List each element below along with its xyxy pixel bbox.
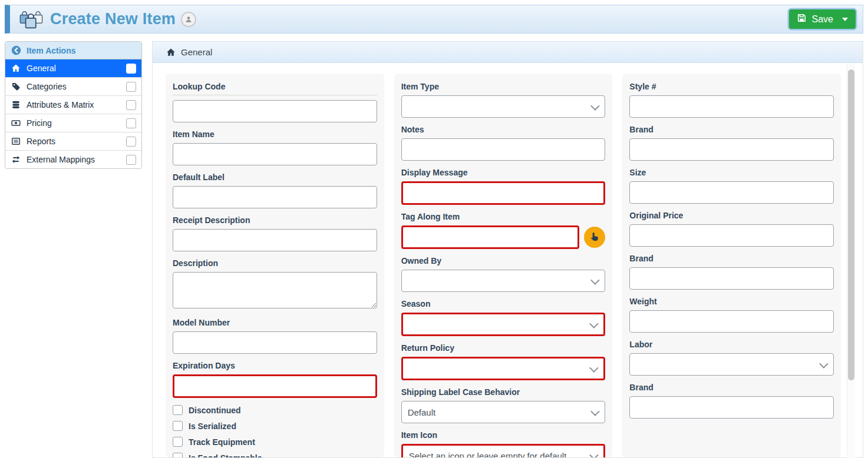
sidebar-header[interactable]: Item Actions	[5, 42, 141, 59]
chevron-down-icon	[819, 359, 829, 369]
field-label: Brand	[629, 125, 834, 134]
sidebar-checkbox-pricing[interactable]	[126, 118, 136, 128]
notes-input[interactable]	[401, 138, 606, 161]
field-label: Tag Along Item	[401, 212, 606, 221]
field-display-message: Display Message	[401, 168, 606, 205]
brand-input[interactable]	[629, 396, 834, 419]
field-item-icon: Item IconSelect an icon or leave empty f…	[401, 430, 606, 457]
field-label: Lookup Code	[173, 82, 377, 95]
sidebar-item-label: External Mappings	[27, 155, 120, 164]
save-dropdown-caret-icon[interactable]	[842, 18, 848, 21]
shopping-bags-icon	[18, 9, 44, 30]
form-columns: Lookup CodeItem NameDefault LabelReceipt…	[153, 63, 863, 457]
checkbox-label: Discontinued	[189, 406, 241, 415]
vertical-scrollbar[interactable]	[847, 64, 855, 458]
field-expiration-days: Expiration Days	[173, 361, 377, 398]
sidebar-item-pricing[interactable]: Pricing	[5, 114, 141, 132]
field-label: Size	[629, 168, 834, 177]
brand-input[interactable]	[629, 267, 834, 290]
sidebar-checkbox-general[interactable]	[126, 64, 136, 74]
display-message-input[interactable]	[401, 181, 606, 205]
field-brand: Brand	[629, 125, 834, 161]
field-brand: Brand	[629, 383, 834, 419]
field-label: Notes	[401, 125, 606, 134]
section-title: General	[181, 47, 212, 57]
style-input[interactable]	[629, 95, 834, 118]
chevron-down-icon	[590, 407, 600, 416]
item-type-select[interactable]	[401, 95, 606, 118]
sidebar-item-label: Pricing	[27, 118, 120, 128]
is-food-stampable-checkbox[interactable]	[173, 453, 183, 457]
scrollbar-thumb[interactable]	[848, 69, 854, 380]
sidebar-item-attributes-matrix[interactable]: Attributes & Matrix	[5, 96, 141, 114]
checkbox-row-track-equipment[interactable]: Track Equipment	[173, 437, 377, 447]
save-button[interactable]: Save	[789, 9, 856, 29]
person-badge-icon	[181, 12, 196, 27]
default-label-input[interactable]	[173, 186, 377, 208]
field-label: Description	[173, 258, 377, 268]
checkbox-row-is-serialized[interactable]: Is Serialized	[173, 421, 377, 431]
weight-input[interactable]	[629, 310, 834, 333]
item-icon-select[interactable]: Select an icon or leave empty for defaul…	[401, 444, 606, 457]
tag-along-item-input[interactable]	[401, 225, 580, 249]
tag-icon	[11, 82, 21, 91]
size-input[interactable]	[629, 181, 834, 204]
description-textarea[interactable]	[173, 272, 377, 308]
save-button-label: Save	[812, 14, 833, 25]
track-equipment-checkbox[interactable]	[173, 437, 183, 447]
checkbox-row-discontinued[interactable]: Discontinued	[173, 405, 377, 415]
item-name-input[interactable]	[173, 143, 377, 165]
back-circle-icon[interactable]	[11, 45, 21, 55]
sidebar-checkbox-reports[interactable]	[126, 137, 136, 147]
sidebar-item-categories[interactable]: Categories	[5, 78, 141, 96]
field-description: Description	[173, 258, 377, 311]
field-style: Style #	[629, 82, 834, 118]
checkbox-row-is-food-stampable[interactable]: Is Food Stampable	[173, 453, 377, 457]
app-header: Create New Item Save	[5, 5, 863, 34]
sidebar-checkbox-attributes-matrix[interactable]	[126, 100, 136, 110]
is-serialized-checkbox[interactable]	[173, 421, 183, 431]
model-number-input[interactable]	[173, 331, 377, 354]
owned-by-select[interactable]	[401, 270, 606, 292]
form-column-1: Lookup CodeItem NameDefault LabelReceipt…	[166, 74, 384, 457]
field-label: Receipt Description	[173, 215, 377, 225]
field-label: Shipping Label Case Behavior	[401, 387, 606, 397]
sidebar-item-reports[interactable]: Reports	[5, 132, 141, 151]
checkbox-label: Track Equipment	[189, 437, 255, 447]
sidebar-item-general[interactable]: General	[5, 59, 141, 78]
field-label: Display Message	[401, 168, 606, 177]
swap-icon	[11, 155, 21, 164]
expiration-days-input[interactable]	[173, 374, 377, 398]
return-policy-select[interactable]	[401, 357, 606, 380]
stack-icon	[11, 100, 21, 109]
field-label: Item Icon	[401, 430, 606, 440]
form-column-3: Style #BrandSizeOriginal PriceBrandWeigh…	[622, 74, 841, 457]
field-label: Model Number	[173, 318, 377, 327]
sidebar-checkbox-categories[interactable]	[126, 82, 136, 92]
money-icon	[11, 118, 21, 128]
season-select[interactable]	[401, 313, 606, 336]
sidebar-item-external-mappings[interactable]: External Mappings	[5, 151, 141, 168]
brand-input[interactable]	[629, 138, 834, 161]
sidebar-item-label: Categories	[27, 82, 120, 91]
field-label: Return Policy	[401, 343, 606, 353]
chevron-down-icon	[589, 363, 599, 373]
field-size: Size	[629, 168, 834, 204]
original-price-input[interactable]	[629, 224, 834, 247]
chevron-down-icon	[589, 319, 599, 328]
lookup-code-input[interactable]	[173, 100, 377, 122]
receipt-description-input[interactable]	[173, 229, 377, 251]
field-season: Season	[401, 299, 606, 336]
field-label: Owned By	[401, 256, 606, 265]
discontinued-checkbox[interactable]	[173, 405, 183, 415]
checkbox-label: Is Food Stampable	[189, 453, 262, 458]
sidebar-checkbox-external-mappings[interactable]	[126, 155, 136, 165]
labor-select[interactable]	[629, 353, 834, 376]
chevron-down-icon	[589, 450, 599, 457]
field-label: Expiration Days	[173, 361, 377, 370]
tag-along-item-lookup-button[interactable]	[584, 227, 605, 248]
field-weight: Weight	[629, 297, 834, 333]
shipping-label-case-behavior-select[interactable]: Default	[401, 401, 606, 423]
sidebar-item-label: General	[27, 64, 120, 73]
select-value: Select an icon or leave empty for defaul…	[409, 451, 567, 458]
